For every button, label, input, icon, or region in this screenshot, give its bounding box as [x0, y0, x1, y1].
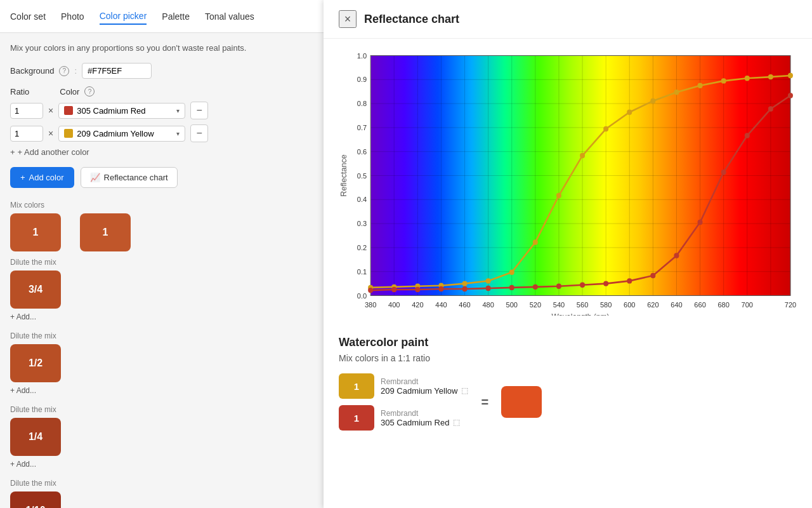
svg-text:540: 540	[553, 301, 565, 309]
mix-colors-label: Mix colors	[10, 201, 313, 210]
svg-text:0.2: 0.2	[357, 244, 367, 251]
plus-icon: +	[20, 173, 25, 182]
left-content: Mix your colors in any proportions so yo…	[0, 33, 324, 508]
color-row-yellow: 123 × 209 Cadmium Yellow ▾ −	[10, 124, 313, 142]
svg-point-44	[698, 83, 703, 88]
svg-text:500: 500	[506, 301, 518, 309]
nav-tonal-values[interactable]: Tonal values	[205, 9, 254, 24]
remove-yellow-button[interactable]: −	[190, 124, 208, 142]
svg-text:560: 560	[577, 301, 588, 309]
add-dilute-3[interactable]: + Add...	[10, 460, 313, 469]
paint-item-yellow: 1 Rembrandt 209 Cadmium Yellow ⬚	[339, 373, 468, 399]
chart-container: 1.0 0.9 0.8 0.7 0.6 0.5 0.4 0.3 0.2 0.1 …	[339, 49, 797, 316]
ratio-select-yellow[interactable]: 123	[10, 126, 43, 142]
red-color-name: 305 Cadmium Red	[77, 106, 145, 116]
svg-point-47	[768, 74, 773, 79]
svg-point-57	[556, 284, 561, 289]
svg-point-46	[745, 76, 750, 81]
background-row: Background ? :	[10, 63, 313, 79]
dilute-label-4: Dilute the mix	[10, 479, 313, 488]
dilute-swatch-12: 1/2	[10, 344, 61, 382]
svg-text:0.7: 0.7	[357, 124, 367, 131]
svg-point-60	[627, 278, 632, 283]
svg-point-61	[650, 273, 655, 278]
nav-color-set[interactable]: Color set	[10, 9, 46, 24]
yellow-swatch-dot	[64, 129, 73, 138]
add-color-button[interactable]: + Add color	[10, 167, 74, 188]
color-select-yellow[interactable]: 209 Cadmium Yellow ▾	[58, 126, 185, 142]
svg-point-50	[391, 287, 396, 292]
mix-row-1: 1 1	[10, 213, 313, 251]
chart-icon: 📈	[90, 173, 100, 182]
reflectance-chart-button[interactable]: 📈 Reflectance chart	[81, 167, 178, 188]
svg-text:460: 460	[459, 301, 470, 309]
background-label: Background	[10, 66, 54, 76]
close-button[interactable]: ×	[339, 10, 357, 28]
svg-point-45	[721, 78, 726, 83]
yellow-paint-name: 209 Cadmium Yellow ⬚	[381, 386, 468, 396]
svg-text:700: 700	[742, 301, 753, 309]
paint-item-red: 1 Rembrandt 305 Cadmium Red ⬚	[339, 405, 468, 431]
yellow-brand: Rembrandt	[381, 377, 468, 386]
color-row-red: 123 × 305 Cadmium Red ▾ −	[10, 102, 313, 119]
nav-palette[interactable]: Palette	[162, 9, 190, 24]
external-link-icon-red[interactable]: ⬚	[453, 418, 460, 427]
svg-text:420: 420	[412, 301, 423, 309]
svg-point-52	[438, 286, 443, 291]
svg-point-38	[556, 193, 561, 198]
dilute-swatch-34: 3/4	[10, 271, 61, 309]
yellow-paint-info: Rembrandt 209 Cadmium Yellow ⬚	[381, 377, 468, 396]
svg-text:0.6: 0.6	[357, 148, 367, 156]
color-select-red[interactable]: 305 Cadmium Red ▾	[58, 103, 185, 119]
svg-point-43	[674, 90, 679, 95]
svg-text:0.5: 0.5	[357, 171, 367, 179]
svg-text:660: 660	[694, 301, 705, 309]
svg-text:380: 380	[365, 301, 376, 309]
nav-photo[interactable]: Photo	[61, 9, 84, 24]
external-link-icon-yellow[interactable]: ⬚	[461, 386, 468, 395]
red-ratio-label: 1	[354, 413, 359, 424]
svg-point-40	[603, 126, 608, 131]
dilute-swatch-110: 1/10	[10, 491, 61, 508]
svg-point-62	[674, 253, 679, 258]
add-another-link[interactable]: + + Add another color	[10, 147, 313, 157]
svg-text:0.4: 0.4	[357, 196, 367, 203]
add-color-label: Add color	[29, 173, 64, 182]
ratio-select-red[interactable]: 123	[10, 103, 43, 119]
times-symbol-red: ×	[48, 105, 53, 116]
add-dilute-2[interactable]: + Add...	[10, 386, 313, 395]
svg-text:640: 640	[671, 301, 682, 309]
result-color-swatch	[501, 386, 542, 418]
reflectance-svg: 1.0 0.9 0.8 0.7 0.6 0.5 0.4 0.3 0.2 0.1 …	[339, 49, 797, 316]
dilute-row-2: 1/2	[10, 344, 313, 382]
svg-text:0.3: 0.3	[357, 220, 367, 227]
svg-text:0.9: 0.9	[357, 76, 367, 83]
mix-section: Mix colors 1 1 Dilute the mix 3/4 + Add.…	[10, 201, 313, 508]
remove-red-button[interactable]: −	[190, 102, 208, 119]
dilute-row-1: 3/4	[10, 271, 313, 309]
ratio-header: Ratio Color ?	[10, 86, 313, 97]
svg-point-66	[768, 106, 773, 111]
yellow-ratio-label: 1	[354, 381, 359, 392]
ratio-label: Ratio	[10, 87, 29, 97]
svg-point-34	[462, 281, 468, 286]
yellow-paint-swatch: 1	[339, 373, 374, 399]
color-label: Color	[60, 87, 79, 97]
nav-color-picker[interactable]: Color picker	[100, 8, 147, 25]
svg-point-58	[580, 283, 585, 288]
background-input[interactable]	[82, 63, 152, 79]
panel-header: × Reflectance chart	[324, 0, 812, 39]
svg-text:Reflectance: Reflectance	[339, 154, 348, 197]
dilute-label-2: Dilute the mix	[10, 331, 313, 340]
svg-text:580: 580	[600, 301, 612, 309]
red-paint-info: Rembrandt 305 Cadmium Red ⬚	[381, 409, 460, 427]
add-dilute-1[interactable]: + Add...	[10, 312, 313, 321]
chart-svg: 1.0 0.9 0.8 0.7 0.6 0.5 0.4 0.3 0.2 0.1 …	[339, 49, 797, 316]
yellow-color-name: 209 Cadmium Yellow	[77, 129, 154, 138]
svg-point-53	[462, 286, 468, 291]
dilute-row-4: 1/10	[10, 491, 313, 508]
dilute-label-3: Dilute the mix	[10, 405, 313, 414]
svg-text:600: 600	[624, 301, 635, 309]
red-paint-name: 305 Cadmium Red ⬚	[381, 418, 460, 427]
svg-point-42	[650, 98, 655, 104]
